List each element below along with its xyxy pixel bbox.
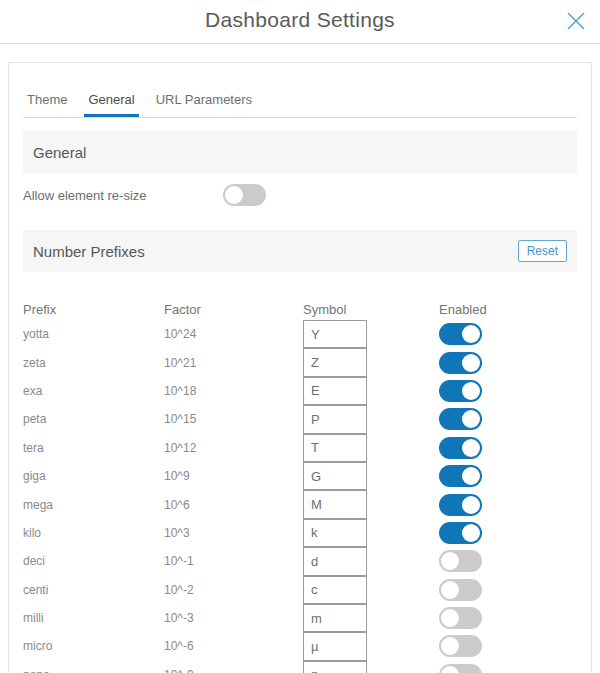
prefix-name: exa <box>23 384 42 398</box>
enabled-toggle[interactable] <box>439 550 482 572</box>
prefix-name: micro <box>23 639 52 653</box>
prefix-factor: 10^15 <box>164 412 196 426</box>
prefix-factor: 10^-3 <box>164 611 194 625</box>
symbol-input[interactable] <box>303 462 367 490</box>
dialog-header: Dashboard Settings <box>0 0 600 44</box>
enabled-toggle[interactable] <box>439 465 482 487</box>
prefix-table-header: Prefix Factor Symbol Enabled <box>23 302 577 320</box>
enabled-toggle[interactable] <box>439 408 482 430</box>
prefix-factor: 10^21 <box>164 356 196 370</box>
prefix-name: mega <box>23 498 53 512</box>
prefix-name: giga <box>23 469 46 483</box>
column-header-factor: Factor <box>164 302 303 320</box>
table-row: giga 10^9 <box>23 462 577 490</box>
table-row: yotta 10^24 <box>23 320 577 348</box>
prefix-name: milli <box>23 611 44 625</box>
prefix-name: deci <box>23 554 45 568</box>
header-divider <box>0 43 600 44</box>
column-header-enabled: Enabled <box>439 302 577 320</box>
symbol-input[interactable] <box>303 604 367 632</box>
symbol-input[interactable] <box>303 519 367 547</box>
general-section-title: General <box>33 144 86 161</box>
symbol-input[interactable] <box>303 320 367 348</box>
column-header-prefix: Prefix <box>23 302 164 320</box>
symbol-input[interactable] <box>303 434 367 462</box>
table-row: mega 10^6 <box>23 490 577 518</box>
tab-general[interactable]: General <box>84 92 138 117</box>
prefix-name: nano <box>23 668 50 673</box>
close-icon <box>564 21 588 36</box>
enabled-toggle[interactable] <box>439 380 482 402</box>
allow-resize-label: Allow element re-size <box>23 188 223 203</box>
prefix-table-body: yotta 10^24 zeta 10^21 exa 10^18 peta 10… <box>23 320 577 673</box>
allow-resize-row: Allow element re-size <box>23 173 577 217</box>
enabled-toggle[interactable] <box>439 437 482 459</box>
enabled-toggle[interactable] <box>439 323 482 345</box>
dashboard-settings-dialog: Dashboard Settings ThemeGeneralURL Param… <box>0 0 600 673</box>
symbol-input[interactable] <box>303 377 367 405</box>
close-button[interactable] <box>564 9 588 33</box>
prefix-factor: 10^-6 <box>164 639 194 653</box>
enabled-toggle[interactable] <box>439 579 482 601</box>
prefix-factor: 10^3 <box>164 526 190 540</box>
enabled-toggle[interactable] <box>439 522 482 544</box>
enabled-toggle[interactable] <box>439 494 482 516</box>
dialog-title: Dashboard Settings <box>0 8 600 32</box>
enabled-toggle[interactable] <box>439 635 482 657</box>
settings-panel: ThemeGeneralURL Parameters General Allow… <box>8 62 592 673</box>
table-row: micro 10^-6 <box>23 632 577 660</box>
prefix-name: zeta <box>23 356 46 370</box>
tab-theme[interactable]: Theme <box>23 92 71 117</box>
prefix-factor: 10^6 <box>164 498 190 512</box>
table-row: tera 10^12 <box>23 434 577 462</box>
table-row: peta 10^15 <box>23 405 577 433</box>
prefix-factor: 10^-9 <box>164 668 194 673</box>
symbol-input[interactable] <box>303 348 367 376</box>
prefix-factor: 10^24 <box>164 327 196 341</box>
table-row: kilo 10^3 <box>23 519 577 547</box>
table-row: exa 10^18 <box>23 377 577 405</box>
prefix-factor: 10^18 <box>164 384 196 398</box>
prefix-factor: 10^9 <box>164 469 190 483</box>
symbol-input[interactable] <box>303 547 367 575</box>
reset-button[interactable]: Reset <box>518 240 567 262</box>
section-header-general: General <box>23 131 577 173</box>
table-row: deci 10^-1 <box>23 547 577 575</box>
prefix-name: kilo <box>23 526 41 540</box>
enabled-toggle[interactable] <box>439 607 482 629</box>
prefix-factor: 10^-1 <box>164 554 194 568</box>
table-row: milli 10^-3 <box>23 604 577 632</box>
tab-url-parameters[interactable]: URL Parameters <box>152 92 256 117</box>
symbol-input[interactable] <box>303 405 367 433</box>
enabled-toggle[interactable] <box>439 664 482 673</box>
prefix-factor: 10^-2 <box>164 583 194 597</box>
table-row: zeta 10^21 <box>23 348 577 376</box>
section-header-number-prefixes: Number Prefixes Reset <box>23 230 577 272</box>
table-row: centi 10^-2 <box>23 576 577 604</box>
symbol-input[interactable] <box>303 576 367 604</box>
number-prefixes-section-title: Number Prefixes <box>33 243 145 260</box>
symbol-input[interactable] <box>303 490 367 518</box>
column-header-symbol: Symbol <box>303 302 439 320</box>
table-row: nano 10^-9 <box>23 661 577 673</box>
tab-bar: ThemeGeneralURL Parameters <box>23 92 577 118</box>
prefix-name: tera <box>23 441 44 455</box>
prefix-name: centi <box>23 583 48 597</box>
prefix-name: peta <box>23 412 46 426</box>
symbol-input[interactable] <box>303 661 367 673</box>
prefix-name: yotta <box>23 327 49 341</box>
prefix-factor: 10^12 <box>164 441 196 455</box>
symbol-input[interactable] <box>303 632 367 660</box>
enabled-toggle[interactable] <box>439 352 482 374</box>
allow-resize-toggle[interactable] <box>223 184 266 206</box>
